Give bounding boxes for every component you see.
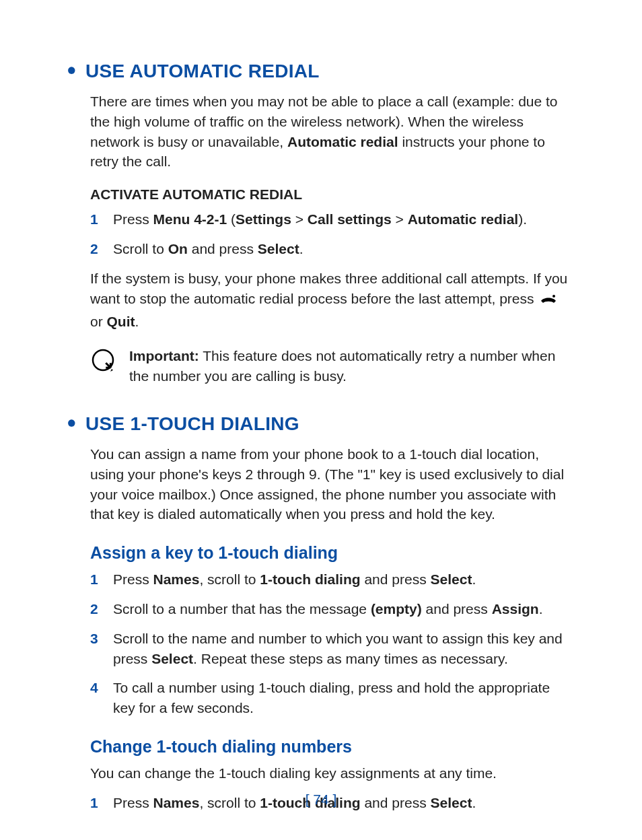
important-note: Important: This feature does not automat… (67, 346, 575, 386)
step-number: 1 (90, 209, 113, 230)
section2-sub2-intro: You can change the 1-touch dialing key a… (67, 763, 575, 783)
page-number: [ 74 ] (0, 792, 642, 808)
step-number: 4 (90, 678, 113, 718)
step-number: 3 (90, 629, 113, 669)
svg-point-0 (552, 295, 555, 298)
step-number: 2 (90, 599, 113, 619)
list-item: 1 Press Names, scroll to 1-touch dialing… (90, 569, 575, 590)
step-number: 1 (90, 569, 113, 590)
section-title-text: USE 1-TOUCH DIALING (85, 413, 299, 434)
list-item: 2 Scroll to a number that has the messag… (90, 599, 575, 619)
step-text: Press Names, scroll to 1-touch dialing a… (113, 569, 575, 590)
section1-after: If the system is busy, your phone makes … (67, 269, 575, 331)
step-text: Scroll to the name and number to which y… (113, 629, 575, 669)
step-text: Scroll to On and press Select. (113, 239, 575, 259)
section2-sub1-steps: 1 Press Names, scroll to 1-touch dialing… (67, 569, 575, 718)
section2-sub1-heading: Assign a key to 1-touch dialing (67, 543, 575, 563)
section1-intro: There are times when you may not be able… (67, 92, 575, 172)
bullet-icon: • (67, 409, 80, 437)
list-item: 4 To call a number using 1-touch dialing… (90, 678, 575, 718)
note-text: Important: This feature does not automat… (129, 346, 575, 386)
end-call-icon (539, 291, 558, 312)
step-text: Scroll to a number that has the message … (113, 599, 575, 619)
list-item: 2 Scroll to On and press Select. (90, 239, 575, 259)
step-text: To call a number using 1-touch dialing, … (113, 678, 575, 718)
list-item: 1 Press Menu 4-2-1 (Settings > Call sett… (90, 209, 575, 230)
bullet-icon: • (67, 57, 80, 84)
section2-intro: You can assign a name from your phone bo… (67, 444, 575, 524)
section1-steps: 1 Press Menu 4-2-1 (Settings > Call sett… (67, 209, 575, 259)
list-item: 3 Scroll to the name and number to which… (90, 629, 575, 669)
section-title-text: USE AUTOMATIC REDIAL (85, 61, 320, 81)
section-title-1touch: • USE 1-TOUCH DIALING (67, 413, 575, 435)
step-number: 2 (90, 239, 113, 259)
important-icon (90, 347, 118, 378)
section1-sub-heading: ACTIVATE AUTOMATIC REDIAL (67, 186, 575, 203)
section2-sub2-heading: Change 1-touch dialing numbers (67, 737, 575, 757)
section-title-automatic-redial: • USE AUTOMATIC REDIAL (67, 61, 575, 82)
step-text: Press Menu 4-2-1 (Settings > Call settin… (113, 209, 575, 230)
page: • USE AUTOMATIC REDIAL There are times w… (0, 0, 642, 840)
